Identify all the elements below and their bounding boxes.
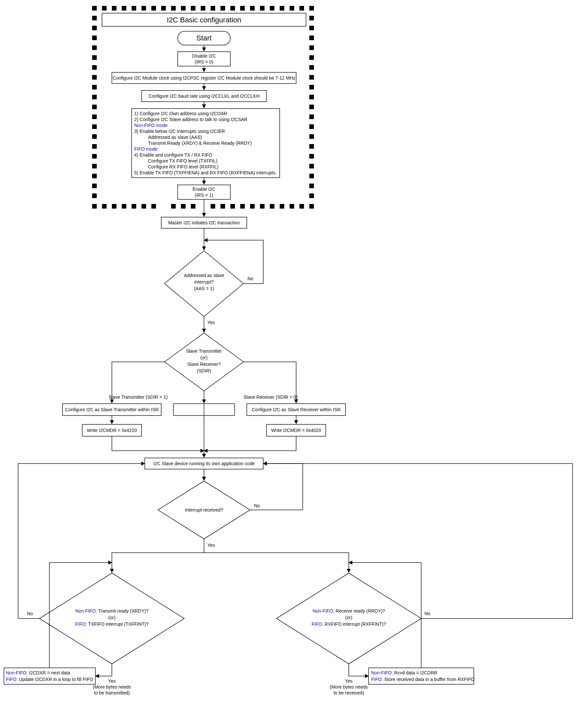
svg-rect-51 bbox=[92, 85, 97, 89]
sdir-l4: (SDIR) bbox=[197, 368, 211, 374]
flowchart-svg: I2C Basic configuration Start Disable I2… bbox=[0, 0, 588, 706]
svg-rect-3 bbox=[122, 6, 126, 10]
svg-rect-8 bbox=[171, 6, 176, 10]
svg-rect-62 bbox=[92, 193, 97, 198]
cfg4a: Configure TX FIFO level (TXFFIL) bbox=[148, 158, 218, 163]
svg-rect-11 bbox=[201, 6, 205, 10]
svg-rect-41 bbox=[289, 204, 294, 208]
svg-rect-50 bbox=[92, 75, 97, 80]
svg-rect-40 bbox=[280, 204, 284, 208]
svg-rect-23 bbox=[92, 204, 97, 208]
aas-yes: Yes bbox=[207, 320, 215, 325]
tx-yes1: Yes bbox=[108, 678, 116, 683]
rx-yes3: to be received) bbox=[334, 690, 364, 696]
aas-l1: Addressed as slave bbox=[184, 273, 224, 278]
svg-rect-18 bbox=[270, 6, 274, 10]
svg-rect-12 bbox=[210, 6, 215, 10]
svg-rect-26 bbox=[122, 204, 126, 208]
tx-no: No bbox=[27, 611, 33, 616]
svg-rect-79 bbox=[309, 174, 314, 178]
rx-yes1: Yes bbox=[345, 678, 353, 683]
master-init-text: Master I2C initiates I2C transaction bbox=[168, 220, 240, 225]
svg-rect-71 bbox=[309, 95, 314, 100]
svg-rect-4 bbox=[131, 6, 136, 10]
mdr-rx-text: Write I2CMDR = 0x4020 bbox=[271, 428, 321, 433]
disable-l2: (IRS = 0) bbox=[195, 59, 213, 65]
tx-yes2: (More bytes needs bbox=[93, 684, 131, 690]
cfg3a: Addressed as slave (AAS) bbox=[148, 134, 202, 140]
svg-rect-0 bbox=[92, 6, 97, 10]
tx-act-l1: Non-FIFO: I2CDXR = next data bbox=[6, 670, 70, 675]
rx-l3: FIFO: RXFIFO interrupt (RXFFINT)? bbox=[312, 622, 386, 627]
svg-rect-30 bbox=[171, 204, 176, 208]
svg-rect-9 bbox=[181, 6, 186, 10]
svg-rect-49 bbox=[92, 65, 97, 70]
svg-rect-15 bbox=[240, 6, 245, 10]
aas-no: No bbox=[247, 276, 253, 281]
svg-rect-74 bbox=[309, 124, 314, 129]
svg-rect-58 bbox=[92, 154, 97, 159]
svg-rect-13 bbox=[221, 6, 225, 10]
svg-rect-2 bbox=[112, 6, 116, 10]
cfg-tx-text: Configure I2C as Slave Transmitter withi… bbox=[65, 407, 159, 412]
psc-text: Configure I2C Module clock using I2CPSC … bbox=[113, 75, 296, 81]
aas-l2: interrupt? bbox=[194, 279, 213, 284]
cfg2: 2) Configure I2C Slave address to talk t… bbox=[134, 117, 247, 122]
tx-yes3: to be transmitted) bbox=[94, 690, 130, 696]
disable-l1: Disable I2C bbox=[192, 53, 216, 58]
svg-rect-81 bbox=[309, 193, 314, 198]
sdir1-label: Slave Transmitter (SDIR = 1) bbox=[109, 394, 167, 400]
svg-rect-33 bbox=[210, 204, 215, 208]
svg-rect-65 bbox=[309, 36, 314, 40]
sdir-l3: Slave Receiver? bbox=[187, 361, 221, 367]
svg-rect-45 bbox=[92, 26, 97, 30]
sdir0-label: Slave Receiver (SDIR = 0) bbox=[243, 394, 298, 400]
cfg4: 4) Enable and configure TX / RX FIFO bbox=[134, 152, 212, 158]
rx-no: No bbox=[425, 611, 430, 616]
svg-rect-35 bbox=[230, 204, 235, 208]
rx-l2: (or) bbox=[345, 615, 352, 620]
svg-rect-64 bbox=[309, 26, 314, 30]
svg-rect-28 bbox=[142, 204, 146, 208]
svg-rect-61 bbox=[92, 184, 97, 188]
svg-rect-47 bbox=[92, 45, 97, 50]
svg-rect-80 bbox=[309, 184, 314, 188]
svg-rect-19 bbox=[280, 6, 284, 10]
tx-l2: (or) bbox=[108, 615, 116, 620]
svg-rect-54 bbox=[92, 115, 97, 119]
svg-rect-32 bbox=[191, 204, 195, 208]
rx-yes2: (More bytes needs bbox=[330, 684, 368, 690]
baud-text: Configure I2C baud rate using I2CCLKL an… bbox=[148, 93, 259, 99]
intr-text: Interrupt received? bbox=[185, 507, 224, 513]
svg-rect-66 bbox=[309, 45, 314, 50]
svg-rect-7 bbox=[161, 6, 166, 10]
cfg3b: Transmit Ready (XRDY) & Receive Ready (R… bbox=[148, 141, 252, 146]
tx-act-l2: FIFO: Update I2CDXR in a loop to fill FI… bbox=[6, 677, 93, 682]
svg-rect-73 bbox=[309, 115, 314, 119]
app-text: I2C Slave device running its own applica… bbox=[153, 461, 255, 466]
svg-rect-42 bbox=[300, 204, 304, 208]
svg-rect-1 bbox=[102, 6, 107, 10]
cfg-rx-text: Configure I2C as Slave Receiver within I… bbox=[252, 407, 341, 412]
svg-rect-56 bbox=[92, 134, 97, 139]
cfg-fifo-hdr: FIFO mode bbox=[134, 146, 158, 152]
svg-rect-68 bbox=[309, 65, 314, 70]
tx-l3: FIFO: TXFIFO interrupt (TXFFINT)? bbox=[75, 622, 149, 627]
svg-rect-5 bbox=[142, 6, 146, 10]
svg-rect-72 bbox=[309, 105, 314, 109]
svg-rect-55 bbox=[92, 124, 97, 129]
svg-rect-46 bbox=[92, 36, 97, 40]
rx-l1: Non-FIFO: Receive ready (RRDY)? bbox=[313, 608, 385, 614]
svg-rect-14 bbox=[230, 6, 235, 10]
svg-rect-53 bbox=[92, 105, 97, 109]
sdir-l1: Slave Transmitter bbox=[186, 348, 222, 354]
cfg1: 1) Configure I2C Own address using I2COA… bbox=[134, 111, 227, 116]
svg-rect-6 bbox=[151, 6, 156, 10]
svg-rect-44 bbox=[92, 16, 97, 21]
sdir-l2: (or) bbox=[200, 355, 208, 360]
svg-rect-76 bbox=[309, 144, 314, 149]
svg-rect-39 bbox=[270, 204, 274, 208]
svg-rect-60 bbox=[92, 174, 97, 178]
start-label: Start bbox=[196, 34, 211, 42]
intr-yes: Yes bbox=[207, 543, 215, 548]
